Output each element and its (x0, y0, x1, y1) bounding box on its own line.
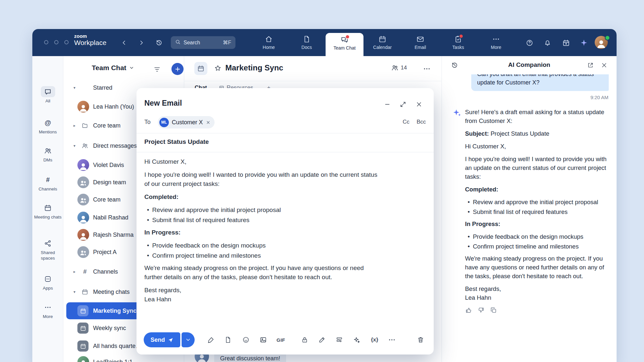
rail-item-all[interactable]: All (32, 86, 63, 104)
chevron-right-icon[interactable]: ▸ (73, 270, 75, 274)
body-inprogress-list: Provide feedback on the design mockups C… (144, 241, 381, 260)
history-button[interactable] (155, 38, 163, 47)
edit-button[interactable] (316, 334, 328, 346)
chevron-down-icon[interactable]: ▾ (73, 86, 75, 90)
list-item: Provide feedback on the design mockups (144, 241, 381, 250)
logo-workplace-text: Workplace (74, 39, 106, 47)
ai-response-paragraph: I hope you're doing well! I wanted to pr… (465, 155, 609, 181)
emoji-button[interactable] (240, 334, 252, 346)
recipient-chip[interactable]: ML Customer X (158, 116, 215, 128)
expand-icon[interactable] (399, 100, 407, 109)
tab-docs[interactable]: Docs (288, 29, 326, 56)
thumbs-up-icon[interactable] (465, 307, 472, 314)
chat-bubble-icon (41, 86, 55, 97)
people-icon (81, 142, 89, 149)
ai-panel-title: AI Companion (508, 61, 550, 68)
window-minimize-dot[interactable] (54, 40, 58, 44)
desktop-background: zoom Workplace Search ⌘F Home Docs (0, 0, 644, 362)
rail-label: Apps (43, 286, 53, 291)
window-zoom-dot[interactable] (64, 40, 69, 44)
signature-button[interactable] (205, 334, 217, 346)
tab-label: Docs (301, 45, 312, 50)
rail-item-channels[interactable]: # Channels (32, 174, 63, 192)
rail-item-apps[interactable]: Apps (32, 273, 63, 291)
attach-file-button[interactable] (222, 334, 234, 346)
new-chat-button[interactable] (171, 63, 184, 75)
at-icon: @ (41, 117, 55, 128)
schedule-button[interactable] (562, 38, 570, 47)
more-options-button[interactable] (386, 334, 398, 346)
rail-item-shared-spaces[interactable]: Shared spaces (32, 238, 63, 261)
chevron-down-icon[interactable]: ▾ (73, 144, 75, 148)
close-icon[interactable] (600, 61, 608, 69)
send-options-button[interactable] (182, 332, 195, 347)
topbar: zoom Workplace Search ⌘F Home Docs (32, 29, 617, 56)
tab-email[interactable]: Email (401, 29, 439, 56)
logo-zoom-text: zoom (74, 33, 106, 39)
new-email-modal: New Email To ML Customer X Cc Bcc Projec… (137, 88, 434, 354)
chevron-right-icon[interactable]: ▸ (73, 124, 75, 128)
help-button[interactable] (525, 38, 534, 47)
member-count[interactable]: 14 (391, 64, 407, 71)
insert-image-button[interactable] (257, 334, 269, 346)
tab-label: Team Chat (333, 45, 356, 51)
modal-title: New Email (144, 99, 182, 108)
tab-home[interactable]: Home (250, 29, 288, 56)
rail-item-dms[interactable]: DMs (32, 145, 63, 163)
zoom-workplace-logo: zoom Workplace (74, 33, 106, 47)
close-icon[interactable] (415, 100, 423, 109)
apps-icon (41, 273, 55, 284)
delete-draft-button[interactable] (414, 334, 427, 346)
tab-tasks[interactable]: Tasks (439, 29, 477, 56)
rail-item-mentions[interactable]: @ Mentions (32, 117, 63, 135)
variables-button[interactable]: {x} (368, 334, 381, 346)
email-body-editor[interactable]: Hi Customer X, I hope you're doing well!… (144, 157, 381, 308)
member-count-value: 14 (401, 65, 407, 71)
ai-response-intro: Sure! Here's a draft email asking for a … (465, 108, 609, 125)
channel-calendar-icon (194, 62, 207, 75)
members-icon (391, 64, 398, 71)
cc-button[interactable]: Cc (403, 119, 410, 125)
channel-title: Marketing Sync (225, 63, 283, 72)
avatar (77, 159, 89, 171)
star-channel-button[interactable] (214, 65, 222, 72)
copy-icon[interactable] (490, 307, 497, 314)
thumbs-down-icon[interactable] (477, 307, 485, 314)
chatlist-title-dropdown[interactable]: Team Chat (92, 64, 134, 72)
channel-more-button[interactable] (423, 65, 431, 73)
subject-field[interactable]: Project Status Update (144, 138, 209, 145)
back-button[interactable] (120, 38, 128, 47)
filter-button[interactable] (153, 65, 161, 74)
encrypt-button[interactable] (298, 334, 311, 346)
remove-recipient-icon[interactable] (206, 120, 210, 125)
gif-button[interactable]: GIF (275, 334, 287, 346)
rail-label: DMs (43, 158, 53, 163)
notifications-button[interactable] (543, 38, 552, 47)
send-button[interactable]: Send (144, 332, 180, 347)
list-item: Review and approve the initial project p… (144, 205, 381, 215)
open-in-new-icon[interactable] (586, 61, 595, 69)
rail-label: All (45, 98, 50, 104)
home-icon (265, 35, 273, 43)
body-signature: Lea Hahn (144, 295, 381, 304)
history-icon[interactable] (450, 61, 459, 69)
tab-label: Home (263, 45, 275, 50)
window-close-dot[interactable] (44, 40, 48, 44)
ai-companion-button[interactable] (580, 38, 588, 47)
channel-header: Marketing Sync 14 (184, 56, 442, 81)
tab-more[interactable]: More (477, 29, 515, 56)
forward-button[interactable] (137, 38, 146, 47)
ai-compose-button[interactable] (350, 334, 363, 346)
tab-team-chat[interactable]: Team Chat (326, 33, 363, 56)
rail-label: More (43, 314, 53, 320)
search-input[interactable]: Search ⌘F (171, 36, 235, 49)
templates-button[interactable] (333, 334, 346, 346)
rail-item-meeting-chats[interactable]: Meeting chats (32, 202, 63, 220)
tab-calendar[interactable]: Calendar (363, 29, 401, 56)
bcc-button[interactable]: Bcc (417, 119, 426, 125)
chevron-down-icon[interactable]: ▾ (73, 290, 75, 294)
rail-item-more[interactable]: More (32, 302, 63, 320)
ai-completed-label: Completed: (465, 185, 609, 194)
list-item-lea-rajesh[interactable]: Lea/Rajesh 1:1 (66, 354, 181, 362)
minimize-icon[interactable] (383, 100, 392, 109)
